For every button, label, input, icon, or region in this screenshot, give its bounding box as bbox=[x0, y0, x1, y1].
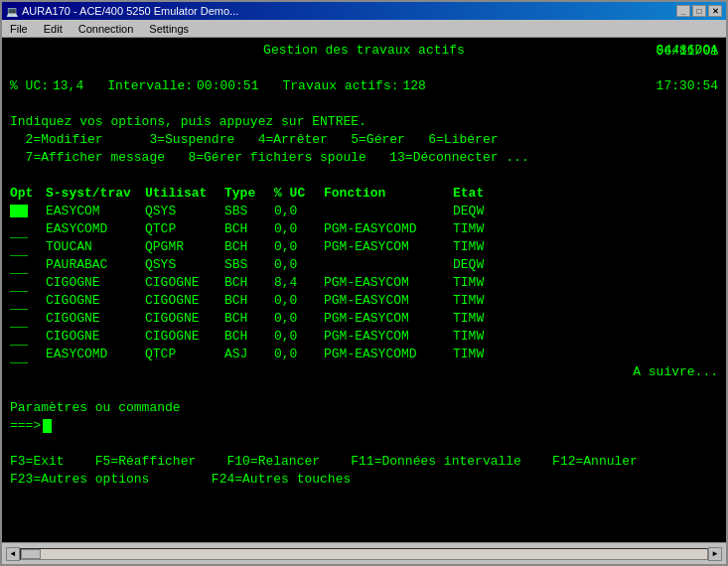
sys-job-cell: PAURABAC bbox=[46, 256, 145, 274]
title-bar-controls: _ □ ✕ bbox=[676, 5, 722, 17]
opt-underline[interactable] bbox=[10, 346, 28, 364]
status-cell: TIMW bbox=[453, 238, 512, 256]
function-cell: PGM-EASYCOMD bbox=[324, 346, 453, 363]
param-label: Paramètres ou commande bbox=[10, 399, 181, 417]
blank-line-3 bbox=[10, 381, 718, 399]
function-cell: PGM-EASYCOM bbox=[324, 310, 453, 328]
user-cell: QSYS bbox=[145, 256, 224, 274]
user-cell: QSYS bbox=[145, 203, 224, 220]
sys-job-cell: EASYCOM bbox=[46, 203, 145, 220]
menu-bar: File Edit Connection Settings bbox=[2, 20, 726, 38]
type-cell: BCH bbox=[224, 310, 274, 328]
active-jobs-label: Travaux actifs: bbox=[282, 77, 398, 95]
cursor bbox=[43, 419, 52, 433]
opt-cell bbox=[10, 203, 46, 220]
fkeys-line-2: F23=Autres options F24=Autres touches bbox=[10, 471, 718, 489]
close-button[interactable]: ✕ bbox=[708, 5, 722, 17]
col-header-opt: Opt bbox=[10, 185, 46, 203]
status-cell: DEQW bbox=[453, 256, 512, 274]
opt-cell bbox=[10, 256, 46, 275]
scrollbar-track[interactable] bbox=[20, 548, 708, 560]
opt-cell bbox=[10, 274, 46, 293]
col-header-status: Etat bbox=[453, 185, 512, 203]
user-cell: CIGOGNE bbox=[145, 292, 224, 310]
table-row: PAURABACQSYSSBS0,0DEQW bbox=[10, 256, 718, 274]
opt-underline[interactable] bbox=[10, 292, 28, 311]
active-jobs-value: 128 bbox=[403, 77, 426, 95]
scroll-right-button[interactable]: ► bbox=[708, 547, 722, 561]
type-cell: BCH bbox=[224, 238, 274, 256]
opt-underline[interactable] bbox=[10, 238, 28, 257]
col-header-sys-job: S-syst/trav bbox=[46, 185, 145, 203]
maximize-button[interactable]: □ bbox=[692, 5, 706, 17]
col-header-function: Fonction bbox=[324, 185, 453, 203]
table-header-row: Opt S-syst/trav Utilisat Type % UC Fonct… bbox=[10, 185, 718, 203]
interval-value: 00:00:51 bbox=[197, 77, 258, 95]
pct-cpu-cell: 0,0 bbox=[274, 256, 324, 274]
sys-job-cell: CIGOGNE bbox=[46, 310, 145, 328]
opt-input-cursor[interactable] bbox=[10, 205, 28, 217]
menu-connection[interactable]: Connection bbox=[74, 22, 138, 36]
type-cell: BCH bbox=[224, 220, 274, 238]
terminal-screen: Gestion des travaux actifs S4486DOA 06/1… bbox=[2, 38, 726, 542]
menu-settings[interactable]: Settings bbox=[145, 22, 193, 36]
sys-job-cell: EASYCOMD bbox=[46, 220, 145, 238]
continue-text: A suivre... bbox=[633, 363, 718, 381]
type-cell: BCH bbox=[224, 274, 274, 292]
table-row: CIGOGNECIGOGNEBCH0,0PGM-EASYCOMTIMW bbox=[10, 292, 718, 310]
scroll-left-button[interactable]: ◄ bbox=[6, 547, 20, 561]
opt-cell bbox=[10, 292, 46, 311]
pct-cpu-cell: 0,0 bbox=[274, 310, 324, 328]
user-cell: QPGMR bbox=[145, 238, 224, 256]
status-bar: ◄ ► bbox=[2, 542, 726, 564]
interval-label: Intervalle: bbox=[107, 77, 193, 95]
function-cell: PGM-EASYCOM bbox=[324, 274, 453, 292]
col-header-type: Type bbox=[224, 185, 274, 203]
datetime-line: 06/11/01 17:30:54 bbox=[10, 60, 718, 77]
opt-cell bbox=[10, 220, 46, 239]
opt-underline[interactable] bbox=[10, 310, 28, 329]
user-cell: QTCP bbox=[145, 220, 224, 238]
prompt-line: ===> bbox=[10, 417, 718, 435]
opt-cell bbox=[10, 346, 46, 364]
main-window: 💻 AURA170 - ACE/400 5250 Emulator Demo..… bbox=[0, 0, 728, 566]
table-row: CIGOGNECIGOGNEBCH0,0PGM-EASYCOMTIMW bbox=[10, 310, 718, 328]
col-header-user: Utilisat bbox=[145, 185, 224, 203]
pct-cpu-cell: 0,0 bbox=[274, 346, 324, 363]
col-header-pct-cpu: % UC bbox=[274, 185, 324, 203]
status-cell: TIMW bbox=[453, 310, 512, 328]
type-cell: BCH bbox=[224, 328, 274, 346]
table-row: TOUCANQPGMRBCH0,0PGM-EASYCOMTIMW bbox=[10, 238, 718, 256]
opt-underline[interactable] bbox=[10, 328, 28, 347]
cpu-value: 13,4 bbox=[53, 77, 83, 95]
window-title: AURA170 - ACE/400 5250 Emulator Demo... bbox=[22, 5, 238, 17]
blank-line-4 bbox=[10, 435, 718, 453]
status-cell: TIMW bbox=[453, 292, 512, 310]
menu-edit[interactable]: Edit bbox=[40, 22, 67, 36]
status-cell: TIMW bbox=[453, 328, 512, 346]
table-body: EASYCOMQSYSSBS0,0DEQW EASYCOMDQTCPBCH0,0… bbox=[10, 203, 718, 363]
minimize-button[interactable]: _ bbox=[676, 5, 690, 17]
type-cell: BCH bbox=[224, 292, 274, 310]
fkeys-text-2: F23=Autres options F24=Autres touches bbox=[10, 471, 351, 489]
opt-cell bbox=[10, 328, 46, 347]
status-cell: TIMW bbox=[453, 220, 512, 238]
opt-underline[interactable] bbox=[10, 256, 28, 275]
param-line: Paramètres ou commande bbox=[10, 399, 718, 417]
opt-underline[interactable] bbox=[10, 220, 28, 239]
options-line-2: 7=Afficher message 8=Gérer fichiers spou… bbox=[10, 149, 718, 167]
type-cell: ASJ bbox=[224, 346, 274, 363]
sys-job-cell: EASYCOMD bbox=[46, 346, 145, 363]
menu-file[interactable]: File bbox=[6, 22, 32, 36]
table-row: EASYCOMDQTCPBCH0,0PGM-EASYCOMDTIMW bbox=[10, 220, 718, 238]
scrollbar-thumb[interactable] bbox=[21, 549, 41, 559]
pct-cpu-cell: 0,0 bbox=[274, 292, 324, 310]
pct-cpu-cell: 0,0 bbox=[274, 220, 324, 238]
instructions-text: Indiquez vos options, puis appuyez sur E… bbox=[10, 113, 366, 131]
prompt-symbol: ===> bbox=[10, 417, 41, 435]
blank-line-1 bbox=[10, 95, 718, 113]
user-cell: CIGOGNE bbox=[145, 274, 224, 292]
sys-job-cell: CIGOGNE bbox=[46, 292, 145, 310]
opt-underline[interactable] bbox=[10, 274, 28, 293]
pct-cpu-cell: 0,0 bbox=[274, 238, 324, 256]
